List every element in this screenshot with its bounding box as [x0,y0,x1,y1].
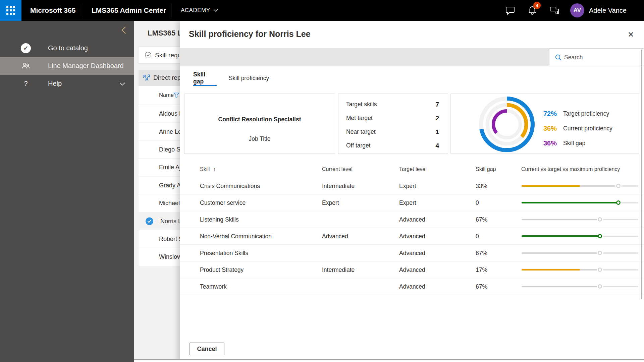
cell-skill: Teamwork [200,283,227,290]
skill-proficiency-panel: Skill proficiency for Norris Lee ✕ Skill… [180,21,644,362]
slider-target-knob[interactable] [616,184,621,188]
legend-row: 36% Skill gap [543,139,585,147]
direct-report-name: Emile Aj [159,164,181,171]
account-menu[interactable]: AV Adele Vance [570,0,627,21]
name-column-header[interactable]: Name [159,92,174,98]
sidebar-item-help[interactable]: ? Help [0,75,134,93]
notification-badge: 4 [533,2,541,9]
stat-row: Near target 1 [346,128,439,135]
brand-microsoft-365[interactable]: Microsoft 365 [30,0,75,21]
panel-title: Skill proficiency for Norris Lee [189,29,311,39]
stat-row: Target skills 7 [346,101,439,108]
badge-seal-icon [144,51,152,59]
app-launcher-button[interactable] [0,0,21,21]
stat-value: 4 [435,142,439,149]
search-input[interactable] [564,49,640,66]
cell-skill: Presentation Skills [200,249,248,256]
slider-current-fill [522,269,580,270]
slider-target-knob[interactable] [598,251,602,255]
proficiency-donut-chart [478,96,535,153]
cell-current-level: Expert [322,199,339,206]
stat-label: Met target [346,115,373,122]
screen: Microsoft 365 LMS365 Admin Center ACADEM… [0,0,644,362]
panel-toolbar [180,48,549,66]
cell-skill: Crisis Communications [200,182,260,189]
tab-skill-gap[interactable]: Skill gap [193,71,217,85]
tab-skill-proficiency[interactable]: Skill proficiency [228,71,269,85]
tenant-dropdown[interactable]: ACADEMY [181,0,218,21]
user-name: Adele Vance [589,7,627,14]
proficiency-slider [522,217,638,222]
feedback-icon[interactable] [549,5,559,15]
close-icon[interactable]: ✕ [625,29,637,40]
collapse-nav-icon[interactable] [119,25,129,35]
cell-current-level: Advanced [322,233,348,240]
left-navigation: ✓ Go to catalog Line Manager Dashboard ?… [0,21,134,362]
skill-table-row: Product Strategy Intermediate Advanced 1… [180,261,644,278]
catalog-check-icon: ✓ [20,43,32,54]
stat-value: 7 [435,101,439,108]
column-header-skill[interactable]: Skill ↑ [200,166,216,172]
stat-row: Off target 4 [346,142,439,149]
cell-target-level: Advanced [399,266,425,273]
vertical-scrollbar[interactable] [641,50,642,299]
chat-icon[interactable] [505,5,515,15]
cell-skill: Product Strategy [200,266,244,273]
cell-skill-gap: 67% [476,249,487,256]
filter-funnel-icon[interactable] [173,93,179,98]
sidebar-item-label: Help [48,80,62,87]
stat-row: Met target 2 [346,115,439,121]
cell-target-level: Advanced [399,283,425,290]
cell-target-level: Advanced [399,249,425,256]
slider-track-after [621,185,638,187]
skill-requirements-label: Skill requ [155,52,181,59]
column-header-target-level[interactable]: Target level [399,166,427,172]
proficiency-slider [522,200,638,205]
search-icon [555,54,562,61]
skill-table-row: Teamwork Advanced 67% [180,278,644,295]
skill-table-header: Skill ↑ Current level Target level Skill… [180,162,644,178]
question-icon: ? [20,78,32,89]
direct-report-name: Anne Lo [159,128,181,135]
cancel-button[interactable]: Cancel [190,343,224,355]
slider-target-knob[interactable] [598,284,602,289]
header-label: Skill [200,166,210,172]
tenant-label: ACADEMY [181,0,210,21]
cell-skill-gap: 67% [476,283,487,290]
sidebar-item-label: Go to catalog [48,44,88,52]
sidebar-item-line-manager-dashboard[interactable]: Line Manager Dashboard [0,57,134,75]
sidebar-item-go-to-catalog[interactable]: ✓ Go to catalog [0,39,134,57]
proficiency-slider [522,251,638,255]
column-header-proficiency-bar: Current vs target vs maximum proficiency [521,166,620,172]
tab-label: Skill proficiency [229,75,269,82]
column-header-skill-gap[interactable]: Skill gap [476,166,496,172]
proficiency-slider [522,284,638,289]
slider-track-before [522,286,597,287]
legend-label: Target proficiency [563,110,609,117]
direct-report-name: Norris L [160,218,181,225]
tab-label: Skill gap [193,71,217,85]
legend-percent: 36% [543,139,563,147]
skill-table-body: Crisis Communications Intermediate Exper… [180,178,644,295]
column-header-current-level[interactable]: Current level [322,166,353,172]
cell-current-level: Intermediate [322,266,355,273]
stat-label: Off target [346,142,371,149]
people-icon [20,60,32,72]
cell-skill-gap: 17% [476,266,487,273]
stat-label: Target skills [346,101,377,108]
slider-target-knob[interactable] [616,200,621,205]
waffle-icon [6,6,15,15]
slider-target-knob[interactable] [598,234,602,238]
stat-label: Near target [346,128,376,135]
slider-track-after [603,286,638,287]
slider-target-knob[interactable] [598,217,602,222]
direct-report-name: Michael [159,200,180,207]
slider-target-knob[interactable] [598,267,602,272]
slider-track-after [603,219,638,220]
slider-track-before [522,219,597,220]
selected-check-icon [146,217,153,225]
brand-lms365-admin-center[interactable]: LMS365 Admin Center [92,0,166,21]
slider-current-fill [522,185,580,187]
job-title-caption: Job Title [184,135,335,142]
job-title-value: Conflict Resolution Specialist [184,116,335,123]
